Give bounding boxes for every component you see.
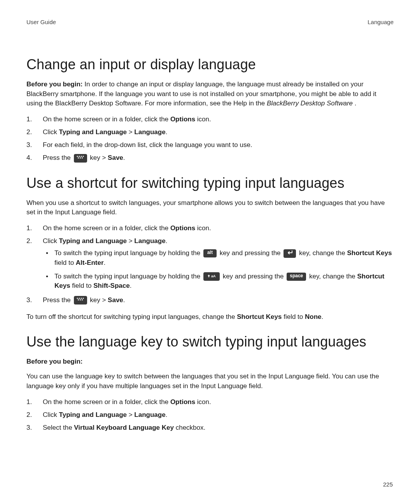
svg-point-10 (80, 298, 82, 299)
alt-key-icon: alt (203, 249, 217, 257)
section-3-steps: On the home screen or in a folder, click… (26, 397, 394, 433)
svg-point-4 (79, 157, 80, 158)
before-you-begin-label: Before you begin: (26, 357, 394, 367)
svg-point-13 (81, 299, 82, 301)
header-left: User Guide (26, 19, 56, 25)
section-3-heading: Use the language key to switch typing in… (26, 334, 394, 350)
space-key-icon: space (287, 273, 306, 281)
bb-desktop-software: BlackBerry Desktop Software (267, 100, 353, 107)
list-item: Click Typing and Language > Language. To… (26, 236, 394, 291)
svg-point-1 (79, 156, 80, 157)
list-item: Press the key > Save. (26, 295, 394, 305)
list-item: Press the key > Save. (26, 152, 394, 163)
before-you-begin-label: Before you begin: (26, 80, 83, 88)
page-number: 225 (383, 481, 393, 488)
list-item: On the home screen or in a folder, click… (26, 114, 394, 124)
svg-point-6 (82, 156, 84, 157)
list-item: On the home screen or in a folder, click… (26, 397, 394, 407)
section-2-footnote: To turn off the shortcut for switching t… (26, 312, 394, 322)
svg-point-2 (80, 156, 82, 157)
section-2-steps: On the home screen or in a folder, click… (26, 223, 394, 305)
section-3-intro: You can use the language key to switch b… (26, 372, 394, 391)
section-1-heading: Change an input or display language (26, 56, 394, 73)
list-item: Select the Virtual Keyboard Language Key… (26, 422, 394, 433)
menu-key-icon (74, 154, 87, 163)
svg-point-5 (81, 157, 82, 158)
list-item: To switch the typing input language by h… (43, 272, 394, 291)
section-2-heading: Use a shortcut for switching typing inpu… (26, 175, 394, 191)
svg-point-9 (79, 298, 80, 299)
header-right: Language (368, 19, 394, 25)
section-1-steps: On the home screen or in a folder, click… (26, 114, 394, 163)
svg-point-11 (77, 299, 79, 301)
svg-point-12 (79, 299, 80, 301)
list-item: Click Typing and Language > Language. (26, 410, 394, 420)
section-1-intro: Before you begin: In order to change an … (26, 80, 394, 108)
page-header: User Guide Language (26, 19, 394, 25)
list-item: On the home screen or in a folder, click… (26, 223, 394, 233)
svg-point-14 (82, 298, 84, 299)
document-page: User Guide Language Change an input or d… (0, 0, 420, 504)
section-2-intro: When you use a shortcut to switch langua… (26, 198, 394, 217)
list-item: For each field, in the drop-down list, c… (26, 140, 394, 150)
menu-key-icon (74, 296, 87, 304)
shift-key-icon: aA (203, 272, 220, 281)
svg-point-8 (77, 298, 78, 299)
svg-text:aA: aA (211, 274, 216, 278)
list-item: To switch the typing input language by h… (43, 248, 394, 268)
svg-point-0 (77, 156, 78, 157)
list-item: Click Typing and Language > Language. (26, 127, 394, 137)
enter-key-icon (284, 249, 296, 258)
svg-point-3 (77, 157, 79, 158)
sub-bullets: To switch the typing input language by h… (43, 248, 394, 291)
